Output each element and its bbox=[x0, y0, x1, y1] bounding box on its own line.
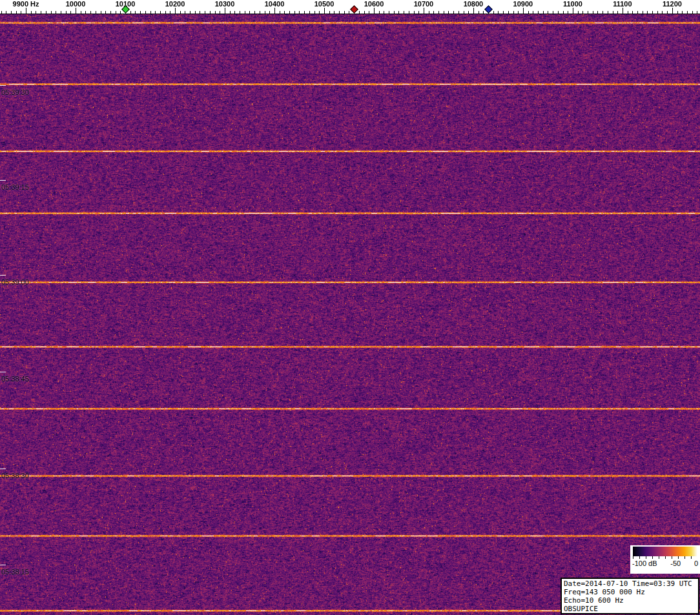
freq-tick-label: 10700 bbox=[414, 0, 434, 8]
legend-labels: -100 dB -50 0 bbox=[632, 560, 698, 567]
legend-max-label: 0 bbox=[694, 560, 698, 567]
frequency-ruler[interactable]: 9900 Hz100001010010200103001040010500106… bbox=[0, 0, 700, 14]
info-date-time: Date=2014-07-10 Time=03:39 UTC bbox=[564, 580, 696, 588]
time-axis-label: 05:38:30 bbox=[1, 472, 29, 479]
time-axis-label: 05:38:15 bbox=[1, 568, 29, 576]
info-echo: Echo=10 600 Hz bbox=[564, 596, 696, 605]
time-tick-mark bbox=[0, 180, 6, 181]
time-tick-mark bbox=[0, 469, 6, 469]
spectrum-waterfall-window: 9900 Hz100001010010200103001040010500106… bbox=[0, 0, 700, 615]
time-tick-mark bbox=[0, 275, 6, 276]
freq-tick-label: 10600 bbox=[364, 0, 384, 8]
time-tick-mark bbox=[0, 565, 6, 565]
freq-tick-label: 10000 bbox=[66, 0, 86, 8]
freq-tick-label: 11200 bbox=[663, 0, 682, 8]
time-axis-label: 05:39:30 bbox=[1, 88, 29, 96]
color-gradient-bar bbox=[633, 547, 697, 556]
time-axis-label: 05:38:45 bbox=[1, 375, 29, 383]
waterfall-spectrogram-canvas[interactable] bbox=[0, 14, 700, 615]
frequency-ruler-ticks bbox=[0, 0, 700, 14]
freq-tick-label: 10800 bbox=[464, 0, 484, 8]
freq-tick-label: 11100 bbox=[613, 0, 632, 8]
freq-tick-label: 11000 bbox=[563, 0, 582, 8]
info-station: OBSUPICE bbox=[564, 605, 696, 613]
freq-tick-label: 9900 Hz bbox=[13, 0, 39, 8]
observation-info-box: Date=2014-07-10 Time=03:39 UTC Freq=143 … bbox=[561, 578, 699, 614]
freq-tick-label: 10300 bbox=[215, 0, 235, 8]
legend-min-label: -100 dB bbox=[632, 560, 657, 567]
time-tick-mark bbox=[0, 372, 6, 372]
freq-tick-label: 10400 bbox=[265, 0, 285, 8]
time-axis-label: 05:39:00 bbox=[1, 278, 29, 286]
freq-tick-label: 10200 bbox=[165, 0, 185, 8]
freq-tick-label: 10900 bbox=[513, 0, 533, 8]
time-tick-mark bbox=[0, 85, 6, 86]
time-axis-label: 05:39:15 bbox=[1, 183, 29, 191]
legend-tick-marks bbox=[633, 556, 697, 559]
info-frequency: Freq=143 050 000 Hz bbox=[564, 588, 696, 596]
freq-tick-label: 10500 bbox=[314, 0, 335, 8]
legend-mid-label: -50 bbox=[670, 560, 681, 567]
color-scale-legend: -100 dB -50 0 bbox=[630, 545, 700, 574]
